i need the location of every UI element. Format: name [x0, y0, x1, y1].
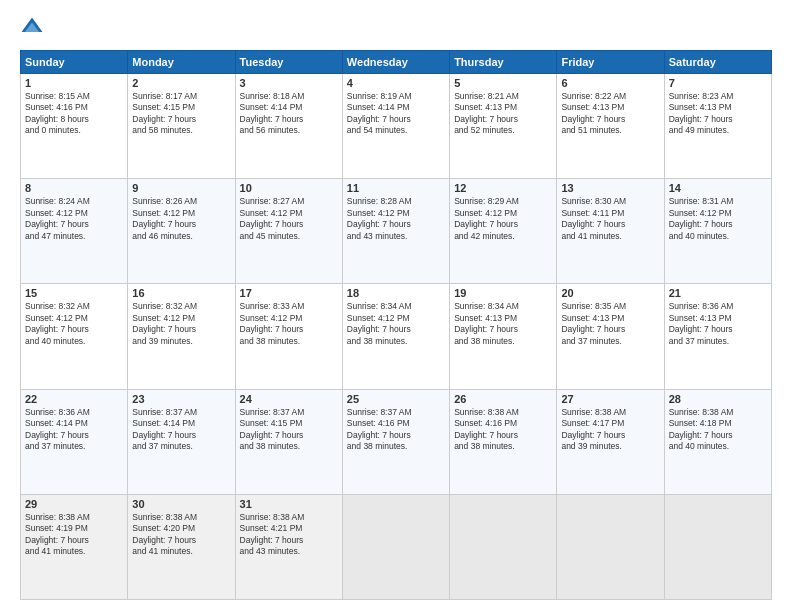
- cell-info-line: Sunset: 4:16 PM: [454, 418, 552, 429]
- cell-info-line: Daylight: 7 hours: [561, 324, 659, 335]
- cell-info-line: and 37 minutes.: [561, 336, 659, 347]
- cell-info-line: Daylight: 7 hours: [25, 324, 123, 335]
- calendar-cell: 12Sunrise: 8:29 AMSunset: 4:12 PMDayligh…: [450, 179, 557, 284]
- cell-info-line: Sunset: 4:12 PM: [25, 313, 123, 324]
- cell-info-line: Sunset: 4:12 PM: [25, 208, 123, 219]
- cell-info-line: Sunrise: 8:33 AM: [240, 301, 338, 312]
- cell-info-line: and 58 minutes.: [132, 125, 230, 136]
- cell-info-line: Sunrise: 8:36 AM: [25, 407, 123, 418]
- day-number: 15: [25, 287, 123, 299]
- weekday-header-saturday: Saturday: [664, 51, 771, 74]
- cell-info-line: Sunset: 4:12 PM: [240, 313, 338, 324]
- day-number: 27: [561, 393, 659, 405]
- calendar-table: SundayMondayTuesdayWednesdayThursdayFrid…: [20, 50, 772, 600]
- day-number: 12: [454, 182, 552, 194]
- calendar-cell: 16Sunrise: 8:32 AMSunset: 4:12 PMDayligh…: [128, 284, 235, 389]
- day-number: 13: [561, 182, 659, 194]
- cell-info-line: and 41 minutes.: [561, 231, 659, 242]
- day-number: 2: [132, 77, 230, 89]
- calendar-cell: 1Sunrise: 8:15 AMSunset: 4:16 PMDaylight…: [21, 74, 128, 179]
- cell-info-line: Daylight: 7 hours: [454, 324, 552, 335]
- cell-info-line: Sunrise: 8:38 AM: [669, 407, 767, 418]
- cell-info-line: Sunset: 4:19 PM: [25, 523, 123, 534]
- cell-info-line: Sunset: 4:13 PM: [561, 313, 659, 324]
- day-number: 31: [240, 498, 338, 510]
- cell-info-line: Daylight: 7 hours: [25, 535, 123, 546]
- cell-info-line: and 39 minutes.: [132, 336, 230, 347]
- day-number: 18: [347, 287, 445, 299]
- cell-info-line: and 37 minutes.: [25, 441, 123, 452]
- cell-info-line: Sunrise: 8:26 AM: [132, 196, 230, 207]
- cell-info-line: Sunset: 4:16 PM: [25, 102, 123, 113]
- cell-info-line: Sunset: 4:13 PM: [669, 313, 767, 324]
- cell-info-line: Sunrise: 8:37 AM: [240, 407, 338, 418]
- calendar-cell: 29Sunrise: 8:38 AMSunset: 4:19 PMDayligh…: [21, 494, 128, 599]
- cell-info-line: Daylight: 7 hours: [454, 219, 552, 230]
- day-number: 7: [669, 77, 767, 89]
- cell-info-line: Sunrise: 8:34 AM: [347, 301, 445, 312]
- day-number: 8: [25, 182, 123, 194]
- cell-info-line: and 43 minutes.: [347, 231, 445, 242]
- weekday-header-thursday: Thursday: [450, 51, 557, 74]
- day-number: 5: [454, 77, 552, 89]
- day-number: 24: [240, 393, 338, 405]
- cell-info-line: and 45 minutes.: [240, 231, 338, 242]
- weekday-header-tuesday: Tuesday: [235, 51, 342, 74]
- cell-info-line: Sunrise: 8:22 AM: [561, 91, 659, 102]
- cell-info-line: Sunrise: 8:38 AM: [454, 407, 552, 418]
- cell-info-line: Sunset: 4:12 PM: [132, 208, 230, 219]
- day-number: 6: [561, 77, 659, 89]
- calendar-cell: [342, 494, 449, 599]
- day-number: 28: [669, 393, 767, 405]
- day-number: 10: [240, 182, 338, 194]
- calendar-cell: 30Sunrise: 8:38 AMSunset: 4:20 PMDayligh…: [128, 494, 235, 599]
- cell-info-line: and 38 minutes.: [240, 336, 338, 347]
- logo-icon: [20, 16, 44, 40]
- calendar-cell: 13Sunrise: 8:30 AMSunset: 4:11 PMDayligh…: [557, 179, 664, 284]
- cell-info-line: Sunrise: 8:15 AM: [25, 91, 123, 102]
- cell-info-line: and 0 minutes.: [25, 125, 123, 136]
- calendar-cell: 7Sunrise: 8:23 AMSunset: 4:13 PMDaylight…: [664, 74, 771, 179]
- day-number: 21: [669, 287, 767, 299]
- calendar-cell: 10Sunrise: 8:27 AMSunset: 4:12 PMDayligh…: [235, 179, 342, 284]
- day-number: 9: [132, 182, 230, 194]
- cell-info-line: Daylight: 7 hours: [240, 114, 338, 125]
- cell-info-line: Sunset: 4:14 PM: [240, 102, 338, 113]
- day-number: 11: [347, 182, 445, 194]
- calendar-cell: 23Sunrise: 8:37 AMSunset: 4:14 PMDayligh…: [128, 389, 235, 494]
- cell-info-line: Daylight: 7 hours: [240, 535, 338, 546]
- cell-info-line: Sunset: 4:12 PM: [132, 313, 230, 324]
- cell-info-line: Sunrise: 8:28 AM: [347, 196, 445, 207]
- cell-info-line: and 38 minutes.: [454, 336, 552, 347]
- cell-info-line: Sunrise: 8:38 AM: [561, 407, 659, 418]
- cell-info-line: and 47 minutes.: [25, 231, 123, 242]
- cell-info-line: and 39 minutes.: [561, 441, 659, 452]
- cell-info-line: Daylight: 7 hours: [347, 114, 445, 125]
- header: [20, 16, 772, 40]
- cell-info-line: Sunset: 4:21 PM: [240, 523, 338, 534]
- cell-info-line: and 41 minutes.: [132, 546, 230, 557]
- cell-info-line: Sunset: 4:15 PM: [240, 418, 338, 429]
- cell-info-line: and 52 minutes.: [454, 125, 552, 136]
- week-row-5: 29Sunrise: 8:38 AMSunset: 4:19 PMDayligh…: [21, 494, 772, 599]
- cell-info-line: Daylight: 7 hours: [347, 324, 445, 335]
- cell-info-line: and 40 minutes.: [669, 441, 767, 452]
- week-row-1: 1Sunrise: 8:15 AMSunset: 4:16 PMDaylight…: [21, 74, 772, 179]
- cell-info-line: Sunrise: 8:38 AM: [132, 512, 230, 523]
- page: SundayMondayTuesdayWednesdayThursdayFrid…: [0, 0, 792, 612]
- cell-info-line: Sunset: 4:18 PM: [669, 418, 767, 429]
- weekday-header-row: SundayMondayTuesdayWednesdayThursdayFrid…: [21, 51, 772, 74]
- day-number: 14: [669, 182, 767, 194]
- calendar-cell: 21Sunrise: 8:36 AMSunset: 4:13 PMDayligh…: [664, 284, 771, 389]
- calendar-cell: 28Sunrise: 8:38 AMSunset: 4:18 PMDayligh…: [664, 389, 771, 494]
- cell-info-line: and 37 minutes.: [132, 441, 230, 452]
- calendar-cell: 27Sunrise: 8:38 AMSunset: 4:17 PMDayligh…: [557, 389, 664, 494]
- cell-info-line: Sunrise: 8:27 AM: [240, 196, 338, 207]
- cell-info-line: Sunrise: 8:36 AM: [669, 301, 767, 312]
- calendar-cell: 8Sunrise: 8:24 AMSunset: 4:12 PMDaylight…: [21, 179, 128, 284]
- cell-info-line: and 40 minutes.: [25, 336, 123, 347]
- cell-info-line: Sunrise: 8:38 AM: [240, 512, 338, 523]
- calendar-cell: 22Sunrise: 8:36 AMSunset: 4:14 PMDayligh…: [21, 389, 128, 494]
- cell-info-line: Sunrise: 8:32 AM: [25, 301, 123, 312]
- cell-info-line: Sunset: 4:11 PM: [561, 208, 659, 219]
